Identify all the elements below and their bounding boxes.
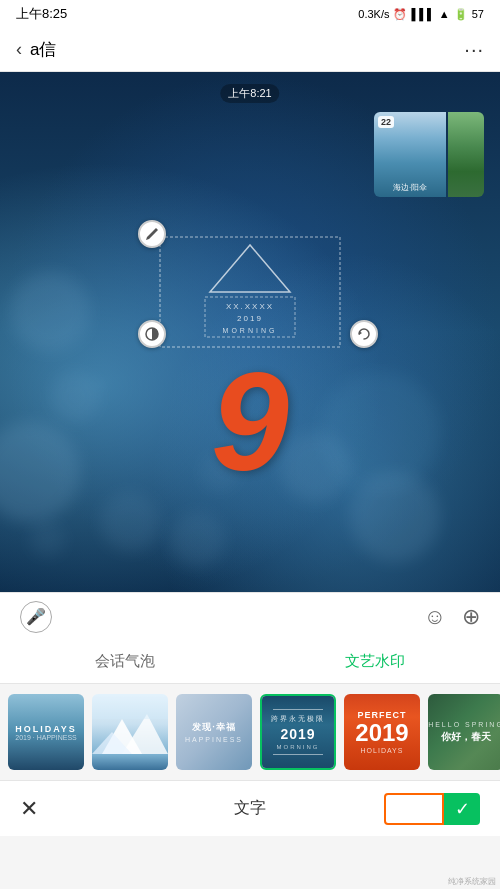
battery-icon: 🔋 <box>454 8 468 21</box>
status-bar: 上午8:25 0.3K/s ⏰ ▌▌▌ ▲ 🔋 57 <box>0 0 500 28</box>
watermark-item-6[interactable]: HELLO SPRING 你好，春天 <box>428 694 500 770</box>
svg-marker-1 <box>210 245 290 292</box>
watermark-picker: HOLIDAYS 2019 · HAPPINESS <box>0 684 500 780</box>
wm3-happiness: HAPPINESS <box>185 736 243 743</box>
wm4-sub: MORNING <box>277 744 320 750</box>
wm4-topline <box>273 709 323 710</box>
wm6-spring: 你好，春天 <box>441 730 491 744</box>
tab-bar: 会话气泡 文艺水印 <box>0 640 500 684</box>
watermark-item-2[interactable] <box>92 694 168 770</box>
bokeh-10 <box>30 522 65 557</box>
wm1-year: 2019 · HAPPINESS <box>15 734 76 741</box>
header: ‹ a信 ··· <box>0 28 500 72</box>
wm4-title: 跨界永无极限 <box>271 714 325 724</box>
bokeh-9 <box>170 512 225 567</box>
battery-level: 57 <box>472 8 484 20</box>
wm2-bg <box>92 694 168 770</box>
bokeh-4 <box>100 492 160 552</box>
tab-watermark[interactable]: 文艺水印 <box>250 650 500 673</box>
text-label[interactable]: 文字 <box>234 798 266 819</box>
alarm-icon: ⏰ <box>393 8 407 21</box>
status-right: 0.3K/s ⏰ ▌▌▌ ▲ 🔋 57 <box>358 8 484 21</box>
wm4-year: 2019 <box>280 726 315 742</box>
cancel-button[interactable]: ✕ <box>20 796 38 822</box>
wm3-discover: 发现·幸福 <box>192 721 236 734</box>
date-badge: 22 <box>378 116 394 128</box>
svg-text:2019: 2019 <box>237 314 263 323</box>
svg-marker-7 <box>359 331 362 335</box>
wm4-content: 跨界永无极限 2019 MORNING <box>262 696 334 768</box>
voice-button[interactable]: 🎤 <box>20 601 52 633</box>
adjust-handle[interactable] <box>138 320 166 348</box>
chat-toolbar: 🎤 ☺ ⊕ <box>0 592 500 640</box>
bottom-action-bar: ✕ 文字 ✓ <box>0 780 500 836</box>
rotate-handle[interactable] <box>350 320 378 348</box>
back-button[interactable]: ‹ <box>16 39 22 60</box>
svg-text:XX.XXXX: XX.XXXX <box>226 302 274 311</box>
wm3-bg: 发现·幸福 HAPPINESS <box>176 694 252 770</box>
bokeh-8 <box>320 372 440 492</box>
wifi-icon: ▲ <box>439 8 450 20</box>
wm5-holidays: HOLIDAYS <box>361 747 404 754</box>
chat-area: 上午8:21 22 海边·阳伞 XX.XXXX 2019 MORNING <box>0 72 500 592</box>
big-number: 9 <box>211 352 289 492</box>
wm4-bottomline <box>273 754 323 755</box>
watermark-item-5[interactable]: PERFECT 2019 HOLIDAYS <box>344 694 420 770</box>
status-time: 上午8:25 <box>16 5 67 23</box>
edit-handle[interactable] <box>138 220 166 248</box>
wm1-bg: HOLIDAYS 2019 · HAPPINESS <box>8 694 84 770</box>
bokeh-1 <box>10 272 90 352</box>
wm2-svg <box>92 694 168 770</box>
wm6-bg: HELLO SPRING 你好，春天 <box>428 694 500 770</box>
rotate-icon <box>357 327 371 341</box>
wm6-hello: HELLO SPRING <box>428 721 500 728</box>
more-button[interactable]: ··· <box>464 38 484 61</box>
pencil-icon <box>145 227 159 241</box>
toolbar-right-icons: ☺ ⊕ <box>424 604 480 630</box>
brand-footer: 纯净系统家园 <box>448 876 496 887</box>
confirm-input[interactable] <box>384 793 444 825</box>
wm5-year: 2019 <box>355 720 408 746</box>
image-caption: 海边·阳伞 <box>378 182 442 193</box>
svg-text:MORNING: MORNING <box>223 327 278 334</box>
watermark-item-4[interactable]: 跨界永无极限 2019 MORNING <box>260 694 336 770</box>
wm1-holidays: HOLIDAYS <box>15 724 77 734</box>
svg-rect-12 <box>92 694 168 719</box>
message-timestamp: 上午8:21 <box>220 84 279 103</box>
add-button[interactable]: ⊕ <box>462 604 480 630</box>
confirm-area: ✓ <box>384 793 480 825</box>
confirm-button[interactable]: ✓ <box>444 793 480 825</box>
emoji-button[interactable]: ☺ <box>424 604 446 630</box>
image-message: 22 海边·阳伞 <box>374 112 484 197</box>
watermark-item-3[interactable]: 发现·幸福 HAPPINESS <box>176 694 252 770</box>
signal-icon: ▌▌▌ <box>411 8 434 20</box>
tab-bubble[interactable]: 会话气泡 <box>0 650 250 673</box>
watermark-item-1[interactable]: HOLIDAYS 2019 · HAPPINESS <box>8 694 84 770</box>
chat-title: a信 <box>30 38 464 61</box>
image-left: 22 海边·阳伞 <box>374 112 446 197</box>
image-right <box>448 112 484 197</box>
network-speed: 0.3K/s <box>358 8 389 20</box>
wm5-bg: PERFECT 2019 HOLIDAYS <box>344 694 420 770</box>
wm4-bg: 跨界永无极限 2019 MORNING <box>262 696 334 768</box>
watermark-svg: XX.XXXX 2019 MORNING <box>155 227 345 357</box>
bokeh-2 <box>50 372 100 422</box>
contrast-icon <box>145 327 159 341</box>
